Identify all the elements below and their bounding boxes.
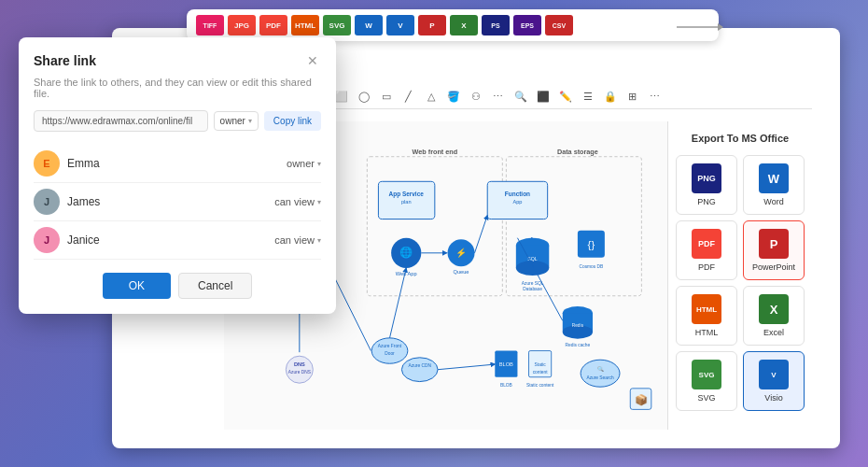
dialog-header: Share link ✕ [34,52,321,69]
dialog-actions: OK Cancel [34,273,321,299]
ok-button[interactable]: OK [103,273,171,299]
role-chevron-james: ▾ [317,198,321,206]
avatar-janice: J [34,227,60,253]
user-role-janice[interactable]: can view ▾ [274,234,321,246]
avatar-emma: E [34,150,60,177]
dialog-overlay: Share link ✕ Share the link to others, a… [0,0,868,467]
role-chevron-emma: ▾ [317,160,321,168]
user-name-emma: Emma [67,157,100,170]
user-left-janice: J Janice [34,227,100,253]
owner-badge[interactable]: owner ▾ [214,111,259,131]
owner-label: owner [220,116,245,126]
user-row-james: J James can view ▾ [34,183,321,221]
user-row-janice: J Janice can view ▾ [34,221,321,260]
avatar-james: J [34,189,60,215]
link-row: https://www.edrawmax.com/online/fil owne… [34,110,321,132]
user-left-emma: E Emma [34,150,100,177]
share-dialog: Share link ✕ Share the link to others, a… [19,37,336,314]
user-row-emma: E Emma owner ▾ [34,145,321,183]
cancel-button[interactable]: Cancel [178,273,252,299]
dialog-title: Share link [34,53,96,68]
user-name-janice: Janice [67,234,100,247]
role-chevron-janice: ▾ [317,236,321,245]
user-name-james: James [67,195,100,208]
user-left-james: J James [34,189,100,215]
user-role-emma[interactable]: owner ▾ [287,158,321,169]
user-role-label-janice: can view [274,234,315,246]
user-role-label-emma: owner [287,158,315,169]
link-input[interactable]: https://www.edrawmax.com/online/fil [34,110,208,132]
owner-chevron: ▾ [248,117,252,125]
user-role-james[interactable]: can view ▾ [274,196,321,207]
copy-link-button[interactable]: Copy link [264,111,321,131]
close-button[interactable]: ✕ [304,52,321,69]
user-role-label-james: can view [274,196,315,207]
dialog-subtitle: Share the link to others, and they can v… [34,77,321,99]
